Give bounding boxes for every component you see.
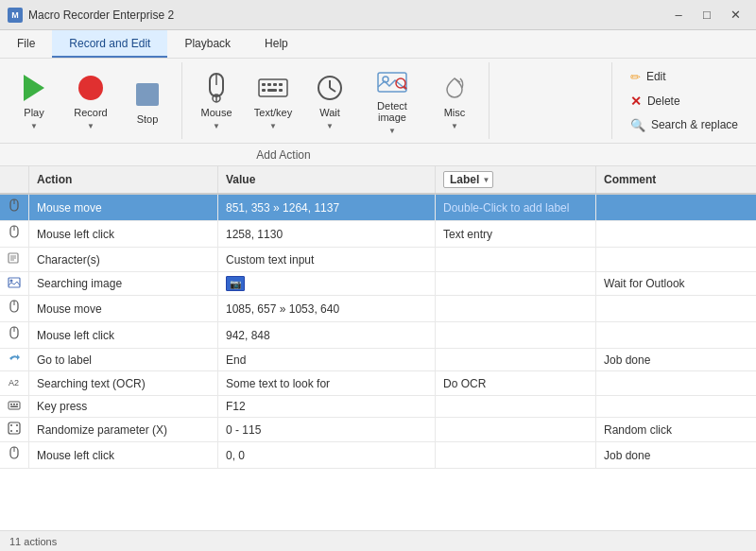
row-label: Double-Click to add label <box>436 194 596 221</box>
svg-rect-11 <box>279 89 283 92</box>
wait-button[interactable]: Wait ▼ <box>303 64 356 138</box>
table-row[interactable]: Go to labelEndJob done <box>0 349 756 371</box>
row-value: 942, 848 <box>218 322 436 349</box>
minimize-button[interactable]: – <box>665 5 692 26</box>
delete-button[interactable]: ✕ Delete <box>624 91 745 112</box>
actions-table-container[interactable]: Action Value Label Comment Mouse move851… <box>0 166 756 530</box>
svg-rect-9 <box>262 89 266 92</box>
table-row[interactable]: Mouse left click942, 848 <box>0 322 756 349</box>
row-action: Randomize parameter (X) <box>29 418 218 442</box>
row-value: End <box>218 349 436 371</box>
svg-point-44 <box>16 424 18 426</box>
col-header-icon <box>0 166 29 194</box>
table-row[interactable]: Mouse left click0, 0Job done <box>0 442 756 469</box>
label-dropdown[interactable]: Label <box>443 171 493 188</box>
row-comment <box>596 396 757 418</box>
row-value: F12 <box>218 396 436 418</box>
row-label <box>436 248 596 272</box>
menu-playback[interactable]: Playback <box>167 30 248 58</box>
table-row[interactable]: A2Searching text (OCR)Some text to look … <box>0 371 756 396</box>
delete-icon: ✕ <box>630 94 642 109</box>
table-row[interactable]: Mouse move851, 353 » 1264, 1137Double-Cl… <box>0 194 756 221</box>
status-text: 11 actions <box>9 536 57 547</box>
toolbar-group-actions: Mouse ▼ Text/key ▼ <box>182 62 490 139</box>
row-value: Some text to look for <box>218 371 436 396</box>
row-label: Do OCR <box>436 371 596 396</box>
col-header-label[interactable]: Label <box>436 166 596 194</box>
edit-button[interactable]: ✏ Edit <box>624 67 745 87</box>
row-icon <box>0 272 29 296</box>
record-icon <box>76 73 106 103</box>
svg-rect-6 <box>267 83 271 86</box>
play-icon <box>19 73 49 103</box>
actions-table: Action Value Label Comment Mouse move851… <box>0 166 756 469</box>
close-button[interactable]: ✕ <box>722 5 748 26</box>
row-action: Mouse move <box>29 194 218 221</box>
maximize-button[interactable]: □ <box>694 5 720 26</box>
keyboard-icon <box>258 73 288 103</box>
search-replace-button[interactable]: 🔍 Search & replace <box>624 115 745 135</box>
textkey-button[interactable]: Text/key ▼ <box>247 64 300 138</box>
row-comment <box>596 322 757 349</box>
row-label <box>436 322 596 349</box>
row-label <box>436 442 596 469</box>
table-row[interactable]: Randomize parameter (X)0 - 115Random cli… <box>0 418 756 442</box>
row-label <box>436 396 596 418</box>
row-value: 1085, 657 » 1053, 640 <box>218 296 436 322</box>
svg-rect-40 <box>9 422 20 434</box>
row-value: Custom text input <box>218 248 436 272</box>
row-action: Mouse left click <box>29 221 218 248</box>
row-icon: A2 <box>0 371 29 396</box>
row-action: Character(s) <box>29 248 218 272</box>
svg-rect-10 <box>267 89 277 92</box>
svg-rect-8 <box>279 83 283 86</box>
table-row[interactable]: Character(s)Custom text input <box>0 248 756 272</box>
toolbar-group-right: ✏ Edit ✕ Delete 🔍 Search & replace <box>611 62 756 139</box>
row-comment: Random click <box>596 418 757 442</box>
svg-text:A2: A2 <box>9 378 19 387</box>
stop-icon <box>132 79 163 110</box>
svg-point-42 <box>16 430 18 432</box>
pencil-icon: ✏ <box>630 70 641 84</box>
col-header-action: Action <box>29 166 218 194</box>
row-value: 0, 0 <box>218 442 436 469</box>
row-action: Searching image <box>29 272 218 296</box>
menu-record-edit[interactable]: Record and Edit <box>52 30 167 58</box>
svg-rect-35 <box>9 402 20 409</box>
toolbar: Play ▼ Record ▼ Stop <box>0 59 756 144</box>
svg-rect-37 <box>13 404 15 405</box>
table-row[interactable]: Searching image📷Wait for Outlook <box>0 272 756 296</box>
row-comment: Job done <box>596 442 757 469</box>
record-button[interactable]: Record ▼ <box>64 64 117 138</box>
svg-rect-36 <box>10 404 12 405</box>
add-action-row: Add Action <box>0 144 756 166</box>
wait-label: Wait <box>319 107 340 118</box>
detect-image-button[interactable]: Detect image ▼ <box>360 64 424 138</box>
play-button[interactable]: Play ▼ <box>8 64 60 138</box>
mouse-icon <box>201 73 232 103</box>
mouse-button[interactable]: Mouse ▼ <box>190 64 243 138</box>
menu-file[interactable]: File <box>0 30 52 58</box>
row-icon <box>0 194 29 221</box>
stop-button[interactable]: Stop <box>121 64 174 138</box>
table-row[interactable]: Mouse move1085, 657 » 1053, 640 <box>0 296 756 322</box>
misc-button[interactable]: Misc ▼ <box>428 64 481 138</box>
table-body: Mouse move851, 353 » 1264, 1137Double-Cl… <box>0 194 756 469</box>
row-comment <box>596 248 757 272</box>
table-row[interactable]: Mouse left click1258, 1130Text entry <box>0 221 756 248</box>
detect-image-label: Detect image <box>363 100 421 123</box>
svg-rect-38 <box>16 404 18 405</box>
row-value: 851, 353 » 1264, 1137 <box>218 194 436 221</box>
row-comment <box>596 371 757 396</box>
misc-label: Misc <box>444 107 466 118</box>
row-label <box>436 272 596 296</box>
image-thumbnail: 📷 <box>226 276 245 291</box>
table-row[interactable]: Key pressF12 <box>0 396 756 418</box>
app-title: Macro Recorder Enterprise 2 <box>28 9 665 22</box>
row-icon <box>0 442 29 469</box>
svg-point-43 <box>10 430 12 432</box>
row-value: 📷 <box>218 272 436 296</box>
menu-help[interactable]: Help <box>248 30 305 58</box>
row-value: 0 - 115 <box>218 418 436 442</box>
row-action: Key press <box>29 396 218 418</box>
